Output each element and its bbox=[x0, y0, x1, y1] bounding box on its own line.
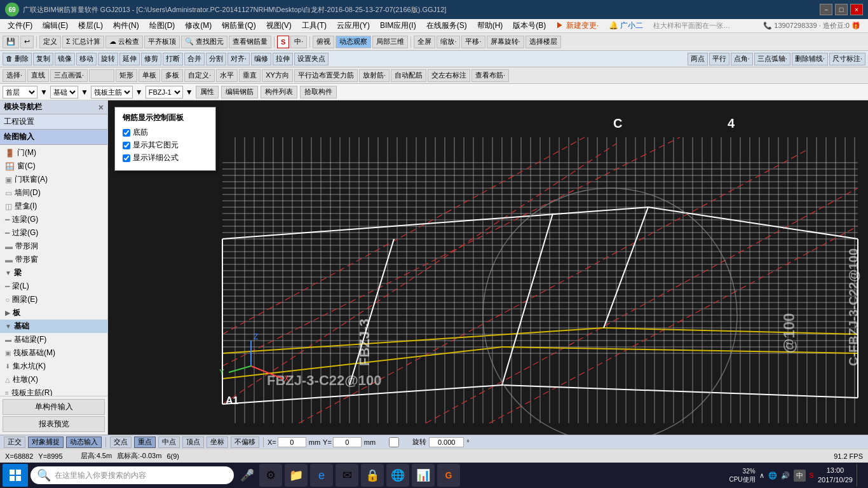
menu-column-detail[interactable]: 柱大样和平面图在一张… bbox=[648, 20, 735, 32]
sidebar-group-slab[interactable]: ▶ 板 bbox=[0, 306, 107, 320]
menu-phone[interactable]: 📞 13907298339 · 造价豆:0 🎁 bbox=[758, 20, 865, 32]
y-input[interactable] bbox=[333, 437, 362, 447]
zoom-btn[interactable]: 缩放· bbox=[437, 36, 460, 48]
three-arc-btn[interactable]: 三点弧轴· bbox=[754, 53, 790, 65]
trim-aux-btn[interactable]: 修剪 bbox=[141, 53, 161, 65]
rotate-checkbox[interactable] bbox=[378, 437, 410, 447]
object-snap-btn[interactable]: 对象捕捉 bbox=[28, 437, 64, 448]
rotate-input[interactable] bbox=[429, 437, 464, 447]
menu-cloud[interactable]: 云应用(Y) bbox=[332, 19, 375, 32]
sidebar-item-sump[interactable]: ⬇ 集水坑(K) bbox=[0, 360, 107, 373]
xy-dir-btn[interactable]: XY方向 bbox=[262, 69, 293, 82]
align-slab-btn[interactable]: 平齐板顶 bbox=[144, 36, 180, 48]
menu-modify[interactable]: 修改(M) bbox=[180, 19, 217, 32]
edit-aux-btn[interactable]: 编修 bbox=[251, 53, 271, 65]
network-icon[interactable]: 🌐 bbox=[768, 471, 777, 480]
task-icon-mail[interactable]: ✉ bbox=[336, 464, 358, 487]
dynamic-input-btn[interactable]: 动态输入 bbox=[66, 437, 102, 448]
menu-edit[interactable]: 编辑(E) bbox=[37, 19, 73, 32]
split-aux-btn[interactable]: 分割 bbox=[206, 53, 226, 65]
sidebar-item-window[interactable]: 🪟窗(C) bbox=[0, 159, 107, 173]
vertical-btn[interactable]: 垂直 bbox=[239, 69, 261, 82]
chevron-up-icon[interactable]: ∧ bbox=[759, 471, 764, 480]
center-snap-btn[interactable]: 中点 bbox=[158, 437, 180, 448]
sidebar-item-column-pier[interactable]: △ 柱墩(X) bbox=[0, 373, 107, 386]
task-icon-lock[interactable]: 🔒 bbox=[361, 464, 384, 487]
task-icon-ggj[interactable]: G bbox=[437, 464, 460, 487]
clock[interactable]: 13:00 2017/10/29 bbox=[818, 466, 853, 485]
arc-combo[interactable] bbox=[89, 69, 114, 82]
pick-component-btn[interactable]: 拾取构件 bbox=[300, 86, 337, 98]
print-aux-btn[interactable]: 打断 bbox=[163, 53, 183, 65]
sidebar-item-link-beam[interactable]: ━连梁(G) bbox=[0, 213, 107, 226]
maximize-button[interactable]: □ bbox=[835, 4, 848, 15]
section-project-settings[interactable]: 工程设置 bbox=[0, 114, 107, 130]
pull-aux-btn[interactable]: 拉伸 bbox=[273, 53, 293, 65]
fullscreen-btn[interactable]: 全屏 bbox=[414, 36, 435, 48]
start-button[interactable] bbox=[3, 464, 28, 487]
task-icon-settings[interactable]: ⚙ bbox=[259, 464, 282, 487]
ime-indicator[interactable]: 中 bbox=[794, 470, 806, 482]
sidebar-item-foundation-beam[interactable]: ▬ 基础梁(F) bbox=[0, 333, 107, 346]
sidebar-item-strip-window[interactable]: ▬带形窗 bbox=[0, 253, 107, 266]
menu-rebar-qty[interactable]: 钢筋量(Q) bbox=[217, 19, 261, 32]
task-icon-ie[interactable]: e bbox=[310, 464, 333, 487]
dynamic-observe-btn[interactable]: 动态观察 bbox=[336, 36, 371, 48]
top-view-btn[interactable]: 俯视 bbox=[313, 36, 334, 48]
component-list-btn[interactable]: 构件列表 bbox=[261, 86, 297, 98]
menu-component[interactable]: 构件(N) bbox=[108, 19, 144, 32]
move-aux-btn[interactable]: 移动 bbox=[76, 53, 97, 65]
line-btn[interactable]: 直线 bbox=[27, 69, 49, 82]
volume-icon[interactable]: 🔊 bbox=[781, 471, 790, 480]
partial-3d-btn[interactable]: 局部三维 bbox=[372, 36, 408, 48]
intersection-btn[interactable]: 交点 bbox=[110, 437, 132, 448]
x-input[interactable] bbox=[278, 437, 306, 447]
section-draw-input[interactable]: 绘图输入 bbox=[0, 130, 107, 145]
task-icon-explorer[interactable]: 📁 bbox=[285, 464, 308, 487]
level-select[interactable]: 基础 bbox=[50, 86, 78, 98]
rotate-aux-btn[interactable]: 旋转 bbox=[98, 53, 118, 65]
rect-btn[interactable]: 矩形 bbox=[116, 69, 137, 82]
view-rebar2-btn[interactable]: 查看布筋· bbox=[471, 69, 509, 82]
define-btn[interactable]: 定义 bbox=[39, 36, 61, 48]
sidebar-group-foundation[interactable]: ▼ 基础 bbox=[0, 320, 107, 333]
rebar-type-select[interactable]: 筏板主筋 bbox=[91, 86, 133, 98]
vertex-btn[interactable]: 顶点 bbox=[182, 437, 204, 448]
save-btn[interactable]: 💾 bbox=[3, 36, 19, 48]
mirror-aux-btn[interactable]: 镜像 bbox=[55, 53, 75, 65]
sidebar-item-raft-rebar[interactable]: ≡ 筏板主筋(R) bbox=[0, 386, 107, 396]
menu-version[interactable]: 版本号(B) bbox=[508, 19, 551, 32]
select-floor-btn[interactable]: 选择楼层 bbox=[526, 36, 561, 48]
canvas-area[interactable]: 钢筋显示控制面板 底筋 显示其它图元 显示详细公式 bbox=[108, 100, 868, 435]
dim-mark-btn[interactable]: 尺寸标注· bbox=[829, 53, 865, 65]
rebar-logo-btn[interactable]: S bbox=[277, 36, 289, 48]
menu-tools[interactable]: 工具(T) bbox=[297, 19, 332, 32]
properties-btn[interactable]: 属性 bbox=[196, 86, 219, 98]
select-btn[interactable]: 选择· bbox=[3, 69, 26, 82]
single-slab-btn[interactable]: 单板 bbox=[139, 69, 160, 82]
menu-floor[interactable]: 楼层(L) bbox=[73, 19, 108, 32]
custom-btn[interactable]: 自定义· bbox=[184, 69, 215, 82]
extend-aux-btn[interactable]: 延伸 bbox=[119, 53, 140, 65]
sidebar-item-lintel[interactable]: ━过梁(G) bbox=[0, 226, 107, 240]
sidebar-item-strip-hole[interactable]: ▬带形洞 bbox=[0, 240, 107, 253]
radial-rebar-btn[interactable]: 放射筋· bbox=[359, 69, 390, 82]
show-other-checkbox[interactable] bbox=[123, 142, 130, 149]
parallel-btn[interactable]: 平行 bbox=[709, 53, 729, 65]
parallel-rebar-btn[interactable]: 平行边布置受力筋 bbox=[294, 69, 358, 82]
menu-draw[interactable]: 绘图(D) bbox=[144, 19, 180, 32]
undo-btn[interactable]: ↩ bbox=[20, 36, 34, 48]
sidebar-item-door[interactable]: 🚪门(M) bbox=[0, 146, 107, 159]
no-offset-btn[interactable]: 不偏移 bbox=[231, 437, 259, 448]
show-desktop-btn[interactable] bbox=[857, 464, 860, 487]
sidebar-group-beam[interactable]: ▼ 梁 bbox=[0, 266, 107, 280]
sidebar-close-btn[interactable]: × bbox=[98, 102, 104, 112]
steel-option-bottom[interactable]: 底筋 bbox=[123, 127, 208, 138]
sidebar-item-wall-opening[interactable]: ▭墙间(D) bbox=[0, 186, 107, 200]
find-element-btn[interactable]: 🔍 查找图元 bbox=[181, 36, 227, 48]
del-aux-btn[interactable]: 🗑 删除 bbox=[3, 53, 32, 65]
menu-assistant[interactable]: 🔔 广小二 bbox=[604, 19, 648, 32]
horizontal-btn[interactable]: 水平 bbox=[216, 69, 238, 82]
sidebar-item-ring-beam[interactable]: ○ 圈梁(E) bbox=[0, 293, 107, 306]
sidebar-item-niche[interactable]: ◫壁龛(I) bbox=[0, 200, 107, 213]
